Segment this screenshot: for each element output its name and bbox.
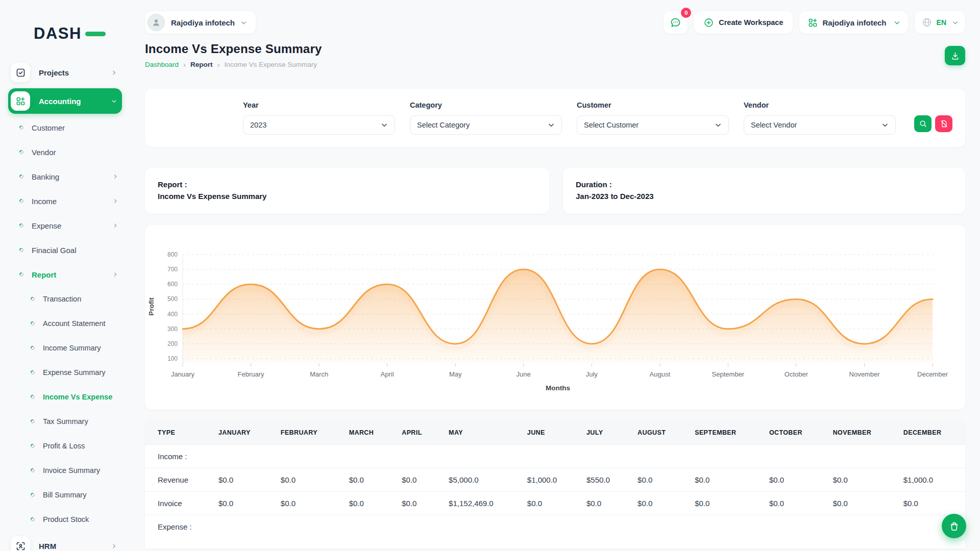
- download-report-button[interactable]: [945, 46, 965, 65]
- sidebar-item-expense-summary[interactable]: Expense Summary: [0, 360, 130, 385]
- sidebar-item-product-stock[interactable]: Product Stock: [0, 507, 130, 532]
- apply-filter-button[interactable]: [914, 115, 932, 132]
- sidebar-item-label: Finacial Goal: [32, 246, 119, 255]
- sidebar-item-report[interactable]: Report: [0, 262, 130, 287]
- plus-circle-icon: [703, 17, 714, 28]
- sidebar-item-invoice-summary[interactable]: Invoice Summary: [0, 458, 130, 483]
- table-cell-value: $0.0: [895, 492, 965, 515]
- sidebar-item-income-vs-expense[interactable]: Income Vs Expense: [0, 385, 130, 409]
- filter-year: Year 2023: [243, 101, 395, 135]
- report-card-value: Income Vs Expense Summary: [158, 190, 536, 202]
- user-scan-icon: [15, 541, 26, 551]
- sidebar-item-vendor[interactable]: Vendor: [0, 140, 130, 164]
- breadcrumb-separator: ›: [217, 61, 220, 68]
- chevron-down-icon: [240, 19, 248, 27]
- app-root: DASH ProjectsAccountingCustomerVendorBan…: [0, 0, 980, 551]
- app-logo[interactable]: DASH: [34, 24, 130, 43]
- organization-selector[interactable]: Rajodiya infotech: [799, 11, 908, 34]
- year-select[interactable]: 2023: [243, 115, 395, 135]
- sidebar-item-profit-loss[interactable]: Profit & Loss: [0, 434, 130, 458]
- sidebar-item-income[interactable]: Income: [0, 189, 130, 213]
- chevron-right-icon: [110, 69, 118, 77]
- sidebar-item-account-statement[interactable]: Account Statement: [0, 311, 130, 336]
- clear-filter-button[interactable]: [935, 115, 952, 132]
- chevron-down-icon: [110, 97, 118, 105]
- sidebar-item-hrm[interactable]: HRM: [8, 533, 122, 551]
- download-icon: [950, 51, 960, 61]
- bullet-icon: [30, 418, 35, 424]
- table-column-header: MARCH: [341, 421, 394, 445]
- sidebar-item-projects[interactable]: Projects: [8, 60, 122, 85]
- filter-customer: Customer Select Customer: [577, 101, 729, 135]
- sidebar-item-label: Product Stock: [43, 515, 119, 523]
- table-cell-value: $0.0: [825, 492, 895, 515]
- sidebar-item-banking[interactable]: Banking: [0, 164, 130, 189]
- vendor-select[interactable]: Select Vendor: [744, 115, 896, 135]
- table-column-header: NOVEMBER: [825, 421, 895, 445]
- sidebar-item-customer[interactable]: Customer: [0, 115, 130, 140]
- duration-card-label: Duration :: [576, 179, 952, 190]
- chevron-right-icon: [110, 542, 118, 550]
- bullet-icon: [18, 247, 24, 253]
- bullet-icon: [30, 394, 35, 399]
- hrm-icon-box: [11, 536, 30, 551]
- chevron-right-icon: [112, 197, 119, 205]
- messages-badge: 0: [681, 8, 691, 18]
- x-tick-label: February: [237, 370, 264, 378]
- chevron-right-icon: [112, 271, 119, 278]
- floating-shop-button[interactable]: [942, 514, 966, 538]
- workspace-selector[interactable]: Rajodiya infotech: [145, 11, 256, 34]
- breadcrumb-separator: ›: [183, 61, 186, 68]
- table-cell-value: $0.0: [341, 492, 394, 515]
- sidebar-item-income-summary[interactable]: Income Summary: [0, 336, 130, 360]
- sidebar-group-hrm: HRM: [0, 532, 130, 551]
- sidebar-item-bill-summary[interactable]: Bill Summary: [0, 483, 130, 507]
- breadcrumb-dashboard[interactable]: Dashboard: [145, 61, 179, 68]
- sidebar-item-tax-summary[interactable]: Tax Summary: [0, 409, 130, 434]
- sidebar-item-label: Invoice Summary: [43, 466, 119, 474]
- table-column-header: OCTOBER: [761, 421, 825, 445]
- table-cell-value: $0.0: [825, 468, 895, 492]
- person-icon: [151, 17, 162, 28]
- globe-icon: [921, 17, 933, 28]
- customer-select[interactable]: Select Customer: [577, 115, 729, 135]
- sidebar-item-accounting[interactable]: Accounting: [8, 88, 122, 114]
- topbar-right: 0 Create Workspace Rajodiya infotech EN: [664, 11, 965, 34]
- category-value: Select Category: [417, 121, 547, 129]
- table-column-header: AUGUST: [629, 421, 687, 445]
- vendor-label: Vendor: [744, 101, 896, 109]
- chevron-right-icon: [112, 271, 119, 278]
- vendor-value: Select Vendor: [751, 121, 881, 129]
- sidebar-item-label: Income Vs Expense: [43, 393, 119, 401]
- chevron-down-icon: [893, 19, 901, 27]
- create-workspace-button[interactable]: Create Workspace: [694, 11, 792, 34]
- breadcrumb-report[interactable]: Report: [190, 61, 213, 68]
- category-select[interactable]: Select Category: [410, 115, 562, 135]
- logo-dash-bar: [85, 32, 106, 36]
- customer-value: Select Customer: [584, 121, 714, 129]
- income-vs-expense-chart: 800700600500400300200100JanuaryFebruaryM…: [145, 225, 965, 410]
- table-column-header: JANUARY: [210, 421, 273, 445]
- language-selector[interactable]: EN: [915, 11, 965, 34]
- table-section-row: Income :: [145, 445, 965, 468]
- messages-button[interactable]: 0: [664, 11, 688, 34]
- table-cell-value: $5,000.0: [440, 468, 519, 492]
- table-row: Invoice$0.0$0.0$0.0$0.0$1,152,469.0$0.0$…: [145, 492, 965, 515]
- table-column-header: JULY: [578, 421, 629, 445]
- chevron-down-icon: [951, 19, 959, 27]
- bullet-icon: [18, 198, 24, 204]
- chevron-right-icon: [110, 542, 118, 550]
- x-tick-label: July: [586, 370, 598, 378]
- table-cell-value: $0.0: [394, 468, 440, 492]
- table-cell-value: $0.0: [273, 468, 341, 492]
- table-column-header: SEPTEMBER: [687, 421, 761, 445]
- clear-file-icon: [940, 119, 948, 128]
- chart-area-fill: [183, 269, 933, 363]
- table-column-header: JUNE: [519, 421, 578, 445]
- sidebar-item-transaction[interactable]: Transaction: [0, 287, 130, 311]
- sidebar-item-expense[interactable]: Expense: [0, 213, 130, 238]
- sidebar-item-finacial-goal[interactable]: Finacial Goal: [0, 238, 130, 262]
- sidebar-item-label: Transaction: [43, 295, 119, 303]
- accounting-icon-box: [11, 91, 30, 111]
- filter-category: Category Select Category: [410, 101, 562, 135]
